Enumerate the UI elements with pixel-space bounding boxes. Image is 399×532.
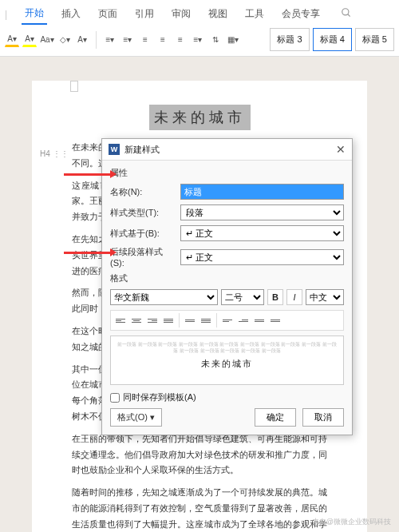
- tab-insert[interactable]: 插入: [58, 4, 84, 24]
- indent-left-button[interactable]: ≡: [156, 33, 170, 47]
- highlight-button[interactable]: A▾: [22, 33, 37, 47]
- line-spacing-button[interactable]: ≡▾: [191, 33, 205, 47]
- tab-view[interactable]: 视图: [205, 4, 231, 24]
- tab-review[interactable]: 审阅: [168, 4, 194, 24]
- based-label: 样式基于(B):: [110, 228, 176, 240]
- font-color-button[interactable]: A▾: [5, 33, 19, 47]
- search-icon[interactable]: [341, 7, 352, 21]
- toolbar: A▾ A▾ Aa▾ ◇▾ A▾ ≡▾ ≡▾ ≡ ≡ ≡ ≡▾ ⇅ ▦▾ 标题 3…: [0, 25, 399, 57]
- follow-select[interactable]: ↵ 正文: [180, 249, 344, 265]
- style-heading3[interactable]: 标题 3: [270, 28, 309, 51]
- paragraph-group: ≡▾ ≡▾ ≡ ≡ ≡ ≡▾ ⇅ ▦▾: [103, 33, 240, 47]
- based-select[interactable]: ↵ 正文: [180, 225, 344, 241]
- paragraph[interactable]: 在王丽的带领下，先知者们开始倡导绿色建筑、可再生能源和可持续交通理念。他们倡导政…: [72, 431, 327, 478]
- annotation-arrow: [64, 173, 112, 176]
- indent-button[interactable]: [268, 313, 282, 328]
- dialog-title: 新建样式: [124, 144, 160, 156]
- font-group: A▾ A▾ Aa▾ ◇▾ A▾: [5, 33, 89, 47]
- script-select[interactable]: 中文: [306, 289, 344, 305]
- tab-home[interactable]: 开始: [22, 3, 47, 25]
- bold-button[interactable]: B: [267, 289, 283, 305]
- spacing-1-button[interactable]: [183, 313, 197, 328]
- tab-reference[interactable]: 引用: [132, 4, 157, 24]
- divider: [179, 313, 180, 328]
- sort-button[interactable]: ⇅: [208, 33, 223, 47]
- borders-button[interactable]: ▦▾: [226, 33, 240, 47]
- name-label: 名称(N):: [110, 186, 176, 198]
- alignment-row: [110, 310, 344, 331]
- svg-line-1: [348, 14, 350, 17]
- ruler-marker: [70, 81, 78, 92]
- italic-button[interactable]: I: [286, 289, 302, 305]
- bullets-button[interactable]: ≡▾: [103, 33, 117, 47]
- indent-dec-button[interactable]: [220, 313, 235, 328]
- ribbon-tabs: | 开始 插入 页面 引用 审阅 视图 工具 会员专享: [0, 0, 399, 25]
- preview-context: 前一段落 前一段落 前一段落 前一段落 前一段落 前一段落 前一段落 前一段落 …: [116, 341, 338, 355]
- svg-point-0: [342, 9, 349, 15]
- preview-sample: 未来的城市: [116, 358, 338, 370]
- ok-button[interactable]: 确定: [255, 408, 296, 427]
- save-template-label: 同时保存到模板(A): [123, 391, 196, 403]
- name-input[interactable]: [180, 184, 344, 200]
- font-family-select[interactable]: 华文新魏: [110, 289, 218, 305]
- word-icon: W: [109, 144, 120, 155]
- align-right-button[interactable]: [145, 313, 160, 328]
- font-effects-button[interactable]: A▾: [75, 33, 89, 47]
- outdent-button[interactable]: [252, 313, 267, 328]
- section-format: 格式: [110, 272, 344, 284]
- save-template-checkbox[interactable]: [110, 393, 120, 403]
- paragraph[interactable]: 随着时间的推移，先知之城逐渐成为了一个可持续发展的典范。城市的能源消耗得到了有效…: [72, 485, 327, 532]
- align-left-button[interactable]: [113, 313, 128, 328]
- divider: [216, 313, 217, 328]
- tab-page[interactable]: 页面: [95, 4, 120, 24]
- numbering-button[interactable]: ≡▾: [120, 33, 135, 47]
- styles-gallery: 标题 3 标题 4 标题 5: [270, 28, 394, 51]
- cancel-button[interactable]: 取消: [302, 408, 344, 427]
- divider: |: [5, 9, 7, 20]
- dialog-body: 属性 名称(N): 样式类型(T): 段落 样式基于(B): ↵ 正文 后续段落…: [102, 161, 352, 435]
- type-select[interactable]: 段落: [180, 204, 344, 220]
- font-case-button[interactable]: Aa▾: [40, 33, 54, 47]
- tab-tools[interactable]: 工具: [242, 4, 267, 24]
- section-properties: 属性: [110, 167, 344, 179]
- clear-format-button[interactable]: ◇▾: [57, 33, 72, 47]
- document-area: H4 ⋮⋮ 未来的城市 在未来的某个世纪，世界的面貌早已随着科技的飞速进步变得截…: [0, 57, 399, 532]
- font-size-select[interactable]: 二号: [221, 289, 264, 305]
- new-style-dialog: W 新建样式 ✕ 属性 名称(N): 样式类型(T): 段落 样式基于(B): …: [101, 138, 353, 435]
- spacing-2-button[interactable]: [199, 313, 213, 328]
- document-title[interactable]: 未来的城市: [149, 105, 251, 130]
- divider: [96, 31, 97, 49]
- align-button[interactable]: ≡: [138, 33, 152, 47]
- indent-right-button[interactable]: ≡: [173, 33, 188, 47]
- format-dropdown-button[interactable]: 格式(O) ▾: [110, 408, 162, 427]
- type-label: 样式类型(T):: [110, 207, 176, 219]
- align-center-button[interactable]: [129, 313, 144, 328]
- close-icon[interactable]: ✕: [336, 143, 346, 156]
- align-justify-button[interactable]: [161, 313, 176, 328]
- heading-indicator: H4 ⋮⋮: [40, 149, 69, 158]
- style-heading5[interactable]: 标题 5: [355, 28, 394, 51]
- watermark: 来自@微微企业数码科技: [312, 517, 391, 527]
- follow-label: 后续段落样式(S):: [110, 246, 176, 268]
- preview-box: 前一段落 前一段落 前一段落 前一段落 前一段落 前一段落 前一段落 前一段落 …: [110, 335, 344, 385]
- tab-member[interactable]: 会员专享: [279, 4, 323, 24]
- dialog-titlebar[interactable]: W 新建样式 ✕: [102, 139, 352, 161]
- style-heading4[interactable]: 标题 4: [313, 28, 352, 51]
- annotation-arrow: [64, 252, 112, 254]
- indent-inc-button[interactable]: [236, 313, 251, 328]
